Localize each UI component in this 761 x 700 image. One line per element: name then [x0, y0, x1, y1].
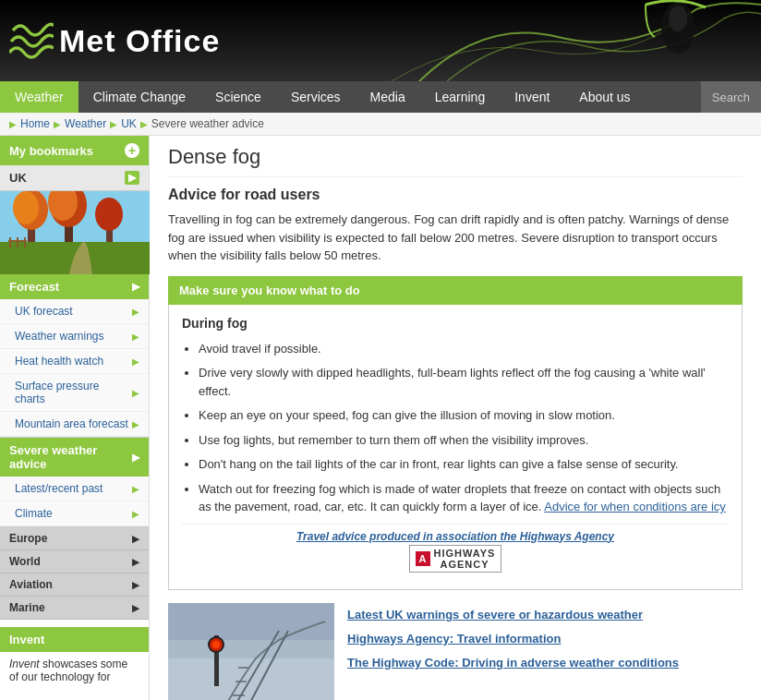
sidebar-item-latest[interactable]: Latest/recent past ▶ — [0, 477, 149, 501]
sidebar-europe[interactable]: Europe ▶ — [0, 527, 149, 550]
breadcrumb: ▶ Home ▶ Weather ▶ UK ▶ Severe weather a… — [0, 113, 761, 136]
aviation-chevron-icon: ▶ — [132, 580, 139, 590]
marine-chevron-icon: ▶ — [132, 603, 139, 613]
breadcrumb-home[interactable]: Home — [20, 117, 50, 130]
sidebar-arrow-icon: ▶ — [132, 356, 139, 367]
uk-chevron-icon: ▶ — [125, 171, 139, 185]
list-item: Use fog lights, but remember to turn the… — [199, 431, 729, 450]
logo-text: Met Office — [59, 23, 220, 59]
list-item: Watch out for freezing fog which is made… — [199, 480, 729, 516]
highways-credit: Travel advice produced in association th… — [182, 524, 729, 578]
forecast-chevron-icon: ▶ — [132, 281, 139, 293]
sidebar-aviation[interactable]: Aviation ▶ — [0, 573, 149, 597]
sidebar-arrow-icon: ▶ — [132, 509, 139, 519]
fog-link-2[interactable]: Highways Agency: Travel information — [347, 631, 743, 647]
svg-rect-17 — [8, 240, 27, 242]
sidebar-item-uk-forecast[interactable]: UK forecast ▶ — [0, 299, 149, 324]
sidebar-other-items: Latest/recent past ▶ Climate ▶ — [0, 477, 149, 527]
nav-learning[interactable]: Learning — [420, 81, 501, 113]
sidebar-marine[interactable]: Marine ▶ — [0, 597, 149, 620]
nav-climate-change[interactable]: Climate Change — [79, 81, 200, 113]
uk-label: UK — [9, 171, 27, 185]
ha-logo-text: HIGHWAYSAGENCY — [434, 548, 496, 570]
bottom-content: Latest UK warnings of severe or hazardou… — [168, 603, 743, 701]
fog-links: Latest UK warnings of severe or hazardou… — [347, 603, 743, 701]
nav-media[interactable]: Media — [356, 81, 420, 113]
logo-area: Met Office — [0, 12, 220, 70]
nav-invent[interactable]: Invent — [500, 81, 564, 113]
nav-science[interactable]: Science — [200, 81, 276, 113]
breadcrumb-uk[interactable]: UK — [121, 117, 137, 130]
highways-logo-area: A HIGHWAYSAGENCY — [409, 545, 502, 573]
breadcrumb-weather[interactable]: Weather — [65, 117, 106, 130]
header-decoration — [373, 0, 761, 81]
svg-rect-15 — [17, 237, 18, 248]
icy-link[interactable]: Advice for when conditions are icy — [544, 500, 726, 513]
highways-logo: A HIGHWAYSAGENCY — [409, 545, 502, 573]
svg-point-8 — [13, 191, 39, 224]
svg-point-1 — [669, 6, 687, 31]
sidebar-item-surface-pressure[interactable]: Surface pressure charts ▶ — [0, 374, 149, 412]
nav-services[interactable]: Services — [276, 81, 356, 113]
intro-text: Travelling in fog can be extremely dange… — [168, 211, 743, 265]
sidebar: My bookmarks + UK ▶ — [0, 136, 150, 700]
forecast-label: Forecast — [9, 280, 59, 294]
svg-point-29 — [212, 641, 220, 648]
sidebar-arrow-icon: ▶ — [132, 388, 139, 398]
fog-link-1[interactable]: Latest UK warnings of severe or hazardou… — [347, 607, 743, 623]
green-banner: Make sure you know what to do — [168, 276, 743, 305]
nav-about-us[interactable]: About us — [564, 81, 645, 113]
sidebar-item-climate[interactable]: Climate ▶ — [0, 501, 149, 526]
world-chevron-icon: ▶ — [132, 557, 139, 567]
list-item: Keep an eye on your speed, fog can give … — [199, 406, 729, 425]
nav-search[interactable]: Search — [701, 81, 761, 113]
breadcrumb-current: Severe weather advice — [151, 117, 264, 130]
breadcrumb-arrow: ▶ — [9, 119, 17, 129]
main-content: Dense fog Advice for road users Travelli… — [150, 136, 761, 700]
sidebar-severe-header[interactable]: Severe weather advice ▶ — [0, 438, 149, 477]
sidebar-world[interactable]: World ▶ — [0, 550, 149, 573]
svg-point-13 — [95, 198, 123, 231]
sidebar-invent-section: Invent Invent showcases some of our tech… — [0, 620, 149, 691]
sidebar-arrow-icon: ▶ — [132, 484, 139, 494]
list-item: Don't hang on the tail lights of the car… — [199, 455, 729, 474]
fog-link-3[interactable]: The Highway Code: Driving in adverse wea… — [347, 655, 743, 671]
highways-credit-link[interactable]: Travel advice produced in association th… — [296, 530, 614, 543]
bookmarks-plus-icon[interactable]: + — [125, 143, 139, 158]
svg-rect-14 — [9, 237, 11, 248]
fog-tips-list: Avoid travel if possible. Drive very slo… — [182, 340, 729, 516]
list-item: Drive very slowly with dipped headlights… — [199, 364, 729, 400]
severe-label: Severe weather advice — [9, 443, 132, 471]
during-fog-title: During fog — [182, 316, 729, 331]
sidebar-invent-text: Invent showcases some of our technology … — [9, 658, 127, 683]
ha-logo-red: A — [416, 551, 430, 566]
main-nav: Weather Climate Change Science Services … — [0, 81, 761, 113]
sidebar-item-mountain-forecast[interactable]: Mountain area forecast ▶ — [0, 412, 149, 437]
sidebar-item-heat-health[interactable]: Heat health watch ▶ — [0, 349, 149, 374]
sidebar-arrow-icon: ▶ — [132, 419, 139, 429]
page-title: Dense fog — [168, 145, 743, 177]
sidebar-forecast-items: UK forecast ▶ Weather warnings ▶ Heat he… — [0, 299, 149, 438]
logo-waves — [9, 12, 54, 70]
section-title: Advice for road users — [168, 187, 743, 203]
svg-rect-16 — [24, 237, 26, 248]
layout: My bookmarks + UK ▶ — [0, 136, 761, 700]
bookmarks-label: My bookmarks — [9, 144, 93, 158]
severe-chevron-icon: ▶ — [132, 452, 139, 464]
nav-weather[interactable]: Weather — [0, 81, 79, 113]
sidebar-arrow-icon: ▶ — [132, 332, 139, 342]
fog-road-image — [168, 603, 334, 701]
sidebar-forecast-header[interactable]: Forecast ▶ — [0, 274, 149, 299]
sidebar-item-weather-warnings[interactable]: Weather warnings ▶ — [0, 324, 149, 349]
list-item: Avoid travel if possible. — [199, 340, 729, 358]
header: Met Office — [0, 0, 761, 81]
sidebar-uk-image — [0, 191, 150, 274]
during-fog-box: During fog Avoid travel if possible. Dri… — [168, 305, 743, 590]
sidebar-arrow-icon: ▶ — [132, 307, 139, 317]
sidebar-uk-header[interactable]: UK ▶ — [0, 165, 149, 191]
sidebar-bookmarks[interactable]: My bookmarks + — [0, 136, 149, 165]
europe-chevron-icon: ▶ — [132, 534, 139, 544]
sidebar-invent-header[interactable]: Invent — [0, 627, 149, 652]
